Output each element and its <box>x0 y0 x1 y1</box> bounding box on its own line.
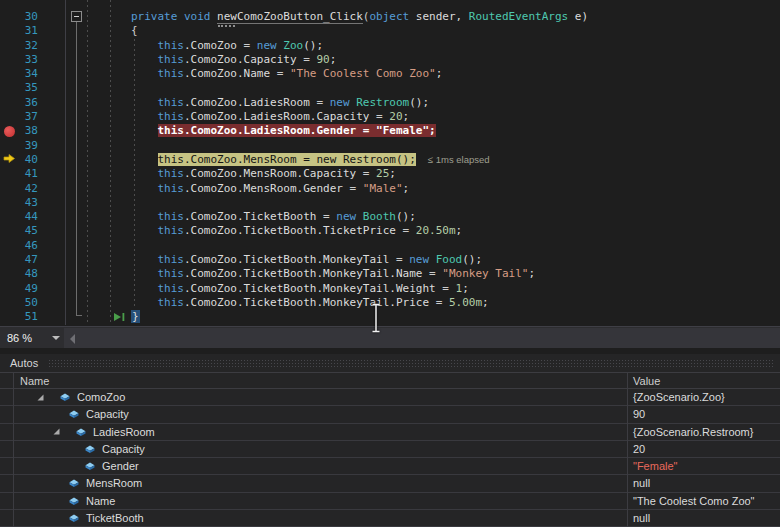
code-line-51[interactable]: 51} <box>0 310 780 324</box>
grid-gutter-line <box>13 372 14 527</box>
line-number: 41 <box>18 167 38 181</box>
autos-row-LadiesRoom[interactable]: LadiesRoom{ZooScenario.Restroom} <box>0 424 780 441</box>
code-line-35[interactable]: 35 <box>0 81 780 95</box>
autos-row-TicketBooth[interactable]: TicketBoothnull <box>0 510 780 527</box>
code-line-38[interactable]: 38 this.ComoZoo.LadiesRoom.Gender = "Fem… <box>0 124 780 138</box>
property-icon <box>68 513 80 523</box>
code-text <box>38 239 131 252</box>
line-number: 30 <box>18 10 38 24</box>
zoom-level-label: 86 % <box>7 332 32 344</box>
property-icon <box>84 461 96 471</box>
line-number: 44 <box>18 210 38 224</box>
code-lines: 30private void newComoZooButton_Click(ob… <box>0 10 780 325</box>
line-number: 38 <box>18 124 38 138</box>
perf-tip[interactable]: ≤ 1ms elapsed <box>416 154 490 165</box>
column-splitter[interactable] <box>627 372 628 527</box>
line-number: 45 <box>18 224 38 238</box>
variable-name: Capacity <box>86 408 129 420</box>
code-line-48[interactable]: 48 this.ComoZoo.TicketBooth.MonkeyTail.N… <box>0 267 780 281</box>
current-statement-arrow-icon[interactable] <box>0 153 18 167</box>
line-number: 47 <box>18 253 38 267</box>
line-number: 43 <box>18 196 38 210</box>
code-line-50[interactable]: 50 this.ComoZoo.TicketBooth.MonkeyTail.P… <box>0 296 780 310</box>
horizontal-scrollbar[interactable] <box>64 328 780 348</box>
column-header-name[interactable]: Name <box>20 374 49 388</box>
code-text: this.ComoZoo.TicketBooth.MonkeyTail.Weig… <box>38 282 469 295</box>
autos-variable-tree: ComoZoo{ZooScenario.Zoo}Capacity90Ladies… <box>0 389 780 527</box>
zoom-level-dropdown[interactable]: 86 % <box>0 327 64 348</box>
line-number: 49 <box>18 282 38 296</box>
code-text: this.ComoZoo.TicketBooth.MonkeyTail.Name… <box>38 267 535 280</box>
code-line-37[interactable]: 37 this.ComoZoo.LadiesRoom.Capacity = 20… <box>0 110 780 124</box>
code-text <box>38 196 131 209</box>
code-text: this.ComoZoo.TicketBooth.MonkeyTail = ne… <box>38 253 482 266</box>
variable-value[interactable]: "Female" <box>633 460 678 472</box>
variable-value[interactable]: {ZooScenario.Restroom} <box>633 426 753 438</box>
chevron-down-icon <box>52 336 60 340</box>
code-line-32[interactable]: 32 this.ComoZoo = new Zoo(); <box>0 39 780 53</box>
column-header-value[interactable]: Value <box>633 374 660 388</box>
expand-toggle-icon[interactable] <box>36 393 52 402</box>
code-line-45[interactable]: 45 this.ComoZoo.TicketBooth.TicketPrice … <box>0 224 780 238</box>
editor-bottom-bar: 86 % <box>0 326 780 348</box>
code-text: this.ComoZoo.Name = "The Coolest Como Zo… <box>38 67 442 80</box>
expand-toggle-icon[interactable] <box>52 427 68 436</box>
code-line-39[interactable]: 39 <box>0 139 780 153</box>
code-line-36[interactable]: 36 this.ComoZoo.LadiesRoom = new Restroo… <box>0 96 780 110</box>
property-icon <box>84 444 96 454</box>
code-line-33[interactable]: 33 this.ComoZoo.Capacity = 90; <box>0 53 780 67</box>
line-number: 40 <box>18 153 38 167</box>
code-line-43[interactable]: 43 <box>0 196 780 210</box>
property-icon <box>75 427 87 437</box>
code-line-42[interactable]: 42 this.ComoZoo.MensRoom.Gender = "Male"… <box>0 182 780 196</box>
variable-value[interactable]: "The Coolest Como Zoo" <box>633 495 755 507</box>
variable-name: TicketBooth <box>86 512 144 524</box>
run-to-click-icon[interactable] <box>112 311 127 323</box>
line-number: 37 <box>18 110 38 124</box>
code-line-34[interactable]: 34 this.ComoZoo.Name = "The Coolest Como… <box>0 67 780 81</box>
variable-name: Gender <box>102 460 139 472</box>
property-icon <box>59 392 71 402</box>
code-line-41[interactable]: 41 this.ComoZoo.MensRoom.Capacity = 25; <box>0 167 780 181</box>
line-number: 50 <box>18 296 38 310</box>
variable-value[interactable]: 20 <box>633 443 645 455</box>
autos-panel-title: Autos <box>10 357 38 369</box>
line-number: 33 <box>18 53 38 67</box>
code-text: this.ComoZoo.LadiesRoom.Gender = "Female… <box>38 124 436 137</box>
autos-row-ComoZoo[interactable]: ComoZoo{ZooScenario.Zoo} <box>0 389 780 406</box>
code-line-31[interactable]: 31{ <box>0 24 780 38</box>
breakpoint-line-highlight: this.ComoZoo.LadiesRoom.Gender = "Female… <box>158 124 436 137</box>
line-number: 36 <box>18 96 38 110</box>
code-text: this.ComoZoo.LadiesRoom = new Restroom()… <box>38 96 429 109</box>
variable-value[interactable]: {ZooScenario.Zoo} <box>633 391 725 403</box>
code-text: this.ComoZoo.MensRoom.Gender = "Male"; <box>38 182 409 195</box>
autos-panel-title-bar[interactable]: Autos <box>0 354 780 372</box>
code-text: this.ComoZoo.MensRoom = new Restroom();≤… <box>38 153 490 166</box>
property-icon <box>68 478 80 488</box>
variable-value[interactable]: null <box>633 512 650 524</box>
variable-value[interactable]: null <box>633 477 650 489</box>
code-text: this.ComoZoo.TicketBooth.MonkeyTail.Pric… <box>38 296 489 309</box>
code-line-49[interactable]: 49 this.ComoZoo.TicketBooth.MonkeyTail.W… <box>0 282 780 296</box>
code-line-40[interactable]: 40 this.ComoZoo.MensRoom = new Restroom(… <box>0 153 780 167</box>
line-number: 35 <box>18 81 38 95</box>
variable-value[interactable]: 90 <box>633 408 645 420</box>
code-editor[interactable]: 30private void newComoZooButton_Click(ob… <box>0 0 780 326</box>
code-text <box>38 81 131 94</box>
autos-row-Gender[interactable]: Gender"Female" <box>0 458 780 475</box>
autos-column-headers: Name Value <box>0 372 780 389</box>
code-line-47[interactable]: 47 this.ComoZoo.TicketBooth.MonkeyTail =… <box>0 253 780 267</box>
autos-row-Name[interactable]: Name"The Coolest Como Zoo" <box>0 493 780 510</box>
scroll-left-arrow-icon[interactable] <box>70 334 75 344</box>
code-line-30[interactable]: 30private void newComoZooButton_Click(ob… <box>0 10 780 24</box>
line-number: 46 <box>18 239 38 253</box>
code-line-44[interactable]: 44 this.ComoZoo.TicketBooth = new Booth(… <box>0 210 780 224</box>
autos-row-Capacity[interactable]: Capacity20 <box>0 441 780 458</box>
code-line-46[interactable]: 46 <box>0 239 780 253</box>
autos-row-MensRoom[interactable]: MensRoomnull <box>0 475 780 492</box>
line-number: 51 <box>18 310 38 324</box>
variable-name: Name <box>86 495 115 507</box>
mouse-cursor-ibeam <box>370 303 382 333</box>
property-icon <box>68 409 80 419</box>
autos-row-Capacity[interactable]: Capacity90 <box>0 406 780 423</box>
